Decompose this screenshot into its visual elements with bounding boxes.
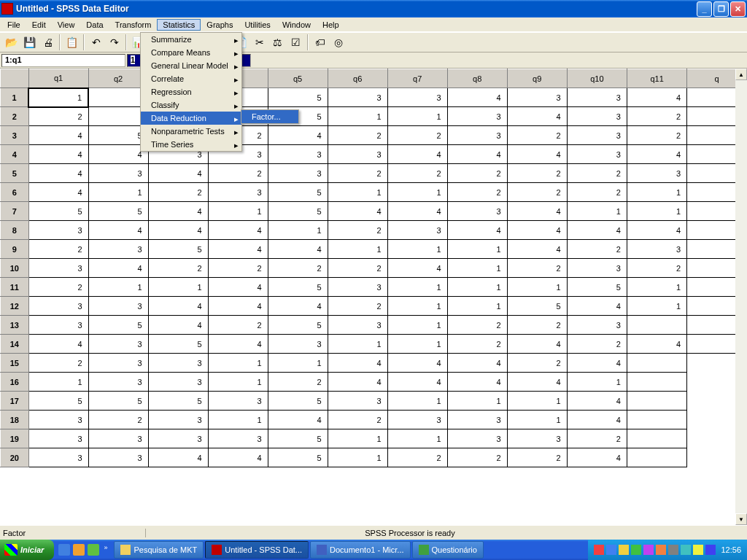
data-cell[interactable]	[627, 316, 686, 335]
column-header[interactable]: q8	[447, 69, 507, 88]
data-cell[interactable]: 5	[268, 202, 328, 221]
data-cell[interactable]: 2	[28, 354, 88, 373]
data-cell[interactable]	[627, 373, 686, 392]
menu-item-time-series[interactable]: Time Series▸	[141, 138, 241, 151]
data-cell[interactable]: 4	[28, 335, 88, 354]
menu-edit[interactable]: Edit	[26, 19, 52, 31]
row-header[interactable]: 19	[1, 429, 29, 448]
data-cell[interactable]: 2	[268, 373, 328, 392]
data-cell[interactable]: 1	[507, 392, 567, 411]
data-cell[interactable]: 4	[148, 316, 208, 335]
row-header[interactable]: 18	[1, 411, 29, 429]
data-cell[interactable]: 1	[88, 183, 148, 202]
data-cell[interactable]: 3	[88, 297, 148, 316]
data-cell[interactable]: 2	[28, 240, 88, 259]
data-cell[interactable]: 1	[387, 107, 447, 126]
undo-icon[interactable]: ↶	[88, 34, 104, 50]
data-cell[interactable]: 4	[567, 221, 627, 240]
data-cell[interactable]: 4	[507, 335, 567, 354]
system-tray[interactable]: 12:56	[588, 540, 747, 560]
tray-icon[interactable]	[668, 545, 678, 555]
menu-graphs[interactable]: Graphs	[201, 19, 239, 31]
menu-item-regression[interactable]: Regression▸	[141, 85, 241, 98]
data-cell[interactable]: 2	[567, 183, 627, 202]
data-cell[interactable]: 2	[328, 221, 387, 240]
corner-cell[interactable]	[1, 69, 29, 88]
menu-item-summarize[interactable]: Summarize▸	[141, 33, 241, 46]
data-cell[interactable]: 1	[567, 373, 627, 392]
menu-data[interactable]: Data	[80, 19, 109, 31]
data-cell[interactable]: 4	[208, 240, 268, 259]
media-icon[interactable]	[88, 544, 99, 556]
scroll-down-icon[interactable]: ▼	[735, 513, 747, 525]
data-cell[interactable]: 5	[268, 183, 328, 202]
data-cell[interactable]: 4	[268, 297, 328, 316]
data-cell[interactable]: 4	[268, 411, 328, 429]
data-cell[interactable]: 3	[268, 145, 328, 164]
data-cell[interactable]: 4	[208, 221, 268, 240]
data-cell[interactable]: 3	[387, 221, 447, 240]
data-cell[interactable]: 1	[328, 429, 387, 448]
row-header[interactable]: 15	[1, 354, 29, 373]
data-cell[interactable]: 2	[328, 126, 387, 145]
data-cell[interactable]: 2	[328, 259, 387, 278]
data-cell[interactable]: 2	[567, 240, 627, 259]
minimize-button[interactable]: _	[697, 1, 712, 17]
column-header[interactable]: q10	[567, 69, 627, 88]
data-cell[interactable]: 1	[28, 373, 88, 392]
row-header[interactable]: 4	[1, 145, 29, 164]
data-cell[interactable]: 4	[28, 164, 88, 183]
column-header[interactable]: q9	[507, 69, 567, 88]
data-cell[interactable]	[627, 354, 686, 373]
data-cell[interactable]: 2	[627, 107, 686, 126]
data-cell[interactable]: 2	[447, 316, 507, 335]
menu-item-compare-means[interactable]: Compare Means▸	[141, 46, 241, 59]
data-cell[interactable]: 3	[387, 411, 447, 429]
data-cell[interactable]: 1	[208, 354, 268, 373]
data-cell[interactable]: 3	[567, 145, 627, 164]
data-cell[interactable]: 3	[328, 88, 387, 107]
data-cell[interactable]: 3	[148, 411, 208, 429]
data-cell[interactable]: 4	[387, 202, 447, 221]
data-cell[interactable]: 2	[507, 183, 567, 202]
data-cell[interactable]: 3	[88, 373, 148, 392]
row-header[interactable]: 14	[1, 335, 29, 354]
column-header[interactable]: q1	[28, 69, 88, 88]
data-cell[interactable]: 1	[507, 278, 567, 297]
value-labels-icon[interactable]: 🏷	[311, 34, 328, 50]
data-cell[interactable]: 4	[148, 221, 208, 240]
data-cell[interactable]: 5	[507, 297, 567, 316]
data-cell[interactable]: 1	[447, 392, 507, 411]
close-button[interactable]: ✕	[730, 1, 746, 17]
data-cell[interactable]: 2	[148, 183, 208, 202]
data-cell[interactable]: 4	[28, 126, 88, 145]
data-cell[interactable]: 4	[567, 448, 627, 467]
data-cell[interactable]: 2	[148, 259, 208, 278]
data-cell[interactable]: 1	[328, 335, 387, 354]
row-header[interactable]: 7	[1, 202, 29, 221]
row-header[interactable]: 11	[1, 278, 29, 297]
data-cell[interactable]: 2	[627, 259, 686, 278]
data-cell[interactable]: 4	[627, 221, 686, 240]
data-cell[interactable]: 2	[28, 278, 88, 297]
data-cell[interactable]: 3	[328, 278, 387, 297]
data-cell[interactable]: 4	[28, 183, 88, 202]
submenu-item-factor[interactable]: Factor...	[241, 110, 298, 123]
data-cell[interactable]: 1	[447, 297, 507, 316]
clock[interactable]: 12:56	[721, 545, 741, 554]
data-cell[interactable]: 1	[148, 278, 208, 297]
data-cell[interactable]: 4	[627, 335, 686, 354]
data-cell[interactable]: 4	[387, 259, 447, 278]
data-cell[interactable]: 3	[88, 429, 148, 448]
data-cell[interactable]: 3	[268, 164, 328, 183]
row-header[interactable]: 17	[1, 392, 29, 411]
data-cell[interactable]: 4	[387, 145, 447, 164]
data-cell[interactable]: 4	[328, 373, 387, 392]
data-cell[interactable]: 2	[268, 259, 328, 278]
data-cell[interactable]: 2	[447, 335, 507, 354]
tray-icon[interactable]	[681, 545, 691, 555]
data-cell[interactable]: 5	[268, 316, 328, 335]
data-cell[interactable]: 3	[28, 429, 88, 448]
data-cell[interactable]: 4	[567, 411, 627, 429]
data-cell[interactable]: 1	[208, 411, 268, 429]
